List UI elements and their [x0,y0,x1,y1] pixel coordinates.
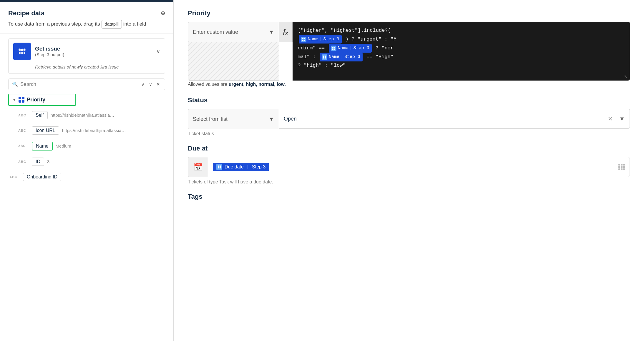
list-item: ABC Icon URL https://rishidebnathjira.at… [17,123,165,138]
list-item: ABC Name Medium [17,139,165,153]
onboarding-type-badge: ABC [9,175,20,179]
code-text2: edium" == [298,45,328,51]
due-at-section-title: Due at [188,145,630,152]
pill2-sep: | [350,44,352,52]
search-up-button[interactable]: ∧ [140,81,146,88]
search-close-button[interactable]: ✕ [155,81,161,88]
pill1-icon [301,37,306,42]
sub-items-list: ABC Self https://rishidebnathjira.atlass… [8,108,165,169]
pill3-icon [322,54,327,60]
recipe-data-title: Recipe data [8,9,45,17]
right-panel: Priority Enter custom value ▼ fx ["Highe… [174,0,644,341]
expand-icon[interactable]: ⊕ [161,10,165,16]
priority-label: Priority [27,97,45,103]
svg-rect-1 [304,38,305,39]
fx-panel[interactable]: fx [279,22,293,42]
search-icon: 🔍 [12,81,18,87]
svg-rect-11 [325,57,326,58]
pill1-step: Step 3 [323,36,339,43]
svg-rect-13 [220,166,221,167]
svg-rect-2 [302,40,303,41]
item-iconurl-pill[interactable]: Icon URL [32,126,59,135]
step-card-header[interactable]: Get issue (Step 3 output) ∨ [9,39,165,64]
status-chevron-button[interactable]: ▼ [619,116,625,122]
item-type-badge: ABC [18,160,29,163]
search-down-button[interactable]: ∨ [148,81,153,88]
due-pill-icon [216,164,222,170]
item-name-pill[interactable]: Name [32,142,53,151]
step-card: Get issue (Step 3 output) ∨ Retrieve det… [8,38,165,74]
tree-toggle-icon[interactable]: ▼ [12,98,16,102]
search-bar[interactable]: 🔍 ∧ ∨ ✕ [8,78,165,90]
item-type-badge: ABC [18,113,29,117]
priority-dropdown-arrow-icon: ▼ [269,29,274,35]
code-pill-3[interactable]: Name | Step 3 [320,53,363,61]
svg-rect-4 [332,47,333,48]
item-iconurl-value: https://rishidebnathjira.atlassian.n [62,128,127,133]
svg-rect-9 [325,56,326,57]
priority-input-row: Enter custom value ▼ fx ["Higher", "High… [188,22,630,81]
svg-rect-8 [323,56,324,57]
datapill-label: datapill [102,20,122,29]
pill1-sep: | [320,36,322,43]
item-name-value: Medium [56,143,71,148]
item-self-value: https://rishidebnathjira.atlassian.net/r… [51,113,115,118]
pill1-name: Name [308,36,318,43]
code-pill-2[interactable]: Name | Step 3 [329,44,372,53]
status-clear-button[interactable]: ✕ [608,115,613,122]
item-type-badge: ABC [18,129,29,132]
item-type-badge: ABC [18,144,29,148]
onboarding-item: ABC Onboarding ID [8,170,165,184]
pill3-step: Step 3 [344,53,360,61]
search-input[interactable] [20,81,140,87]
fx-icon: fx [283,28,288,36]
priority-tree-item[interactable]: ▼ Priority [8,94,76,106]
due-hint: Tickets of type Task will have a due dat… [188,179,630,185]
code-text3: ? "nor [376,45,394,51]
resize-icon[interactable]: ⤡ [624,74,628,79]
status-dropdown[interactable]: Select from list ▼ [188,109,279,129]
search-controls: ∧ ∨ ✕ [140,81,161,88]
step-chevron-icon[interactable]: ∨ [156,48,160,55]
priority-dropdown-col: Enter custom value ▼ [188,22,279,81]
item-id-value: 3 [47,159,49,164]
svg-rect-15 [220,167,221,168]
left-panel: Recipe data ⊕ To use data from a previou… [0,0,174,341]
allowed-values-text: Allowed values are urgent, high, normal,… [188,82,630,87]
calendar-icon: 📅 [193,163,203,172]
svg-rect-6 [332,49,333,50]
step-subtitle: (Step 3 output) [35,52,156,57]
status-dropdown-arrow-icon: ▼ [269,116,274,122]
grid-handle-icon[interactable] [618,164,625,170]
step-icon-box [13,43,31,60]
tags-section-title: Tags [188,193,630,200]
priority-grid-icon [19,97,24,103]
code-text5: == "High" [366,54,394,60]
priority-dropdown[interactable]: Enter custom value ▼ [188,22,279,42]
svg-rect-14 [218,167,219,168]
code-pill-1[interactable]: Name | Step 3 [299,35,342,44]
recipe-data-description: To use data from a previous step, drag i… [8,20,165,29]
due-datapill[interactable]: Due date | Step 3 [213,163,269,171]
due-date-label: Due date [225,164,244,170]
item-self-pill[interactable]: Self [32,111,48,119]
calendar-icon-box: 📅 [188,157,208,177]
recipe-data-section: Recipe data ⊕ To use data from a previou… [0,2,173,34]
list-item: ABC Self https://rishidebnathjira.atlass… [17,108,165,122]
status-value: Open [284,116,297,122]
svg-rect-12 [218,166,219,167]
code-text1: ) ? "urgent" : "M [346,36,396,42]
status-row: Select from list ▼ Open ✕ ▼ [188,109,630,129]
status-controls: ✕ ▼ [608,115,625,123]
svg-rect-3 [304,40,305,41]
item-id-pill[interactable]: ID [32,158,44,166]
pill2-name: Name [338,44,348,52]
priority-dropdown-label: Enter custom value [193,29,238,35]
code-line1: ["Higher", "Highest"].include?( [298,28,391,33]
step-title: Get issue [35,46,156,52]
onboarding-pill[interactable]: Onboarding ID [23,173,61,181]
code-text6: ? "high" : "low" [298,63,346,68]
top-bar [0,0,173,2]
due-pill-sep: | [247,164,248,170]
code-panel: ["Higher", "Highest"].include?( Name | S… [293,22,630,81]
